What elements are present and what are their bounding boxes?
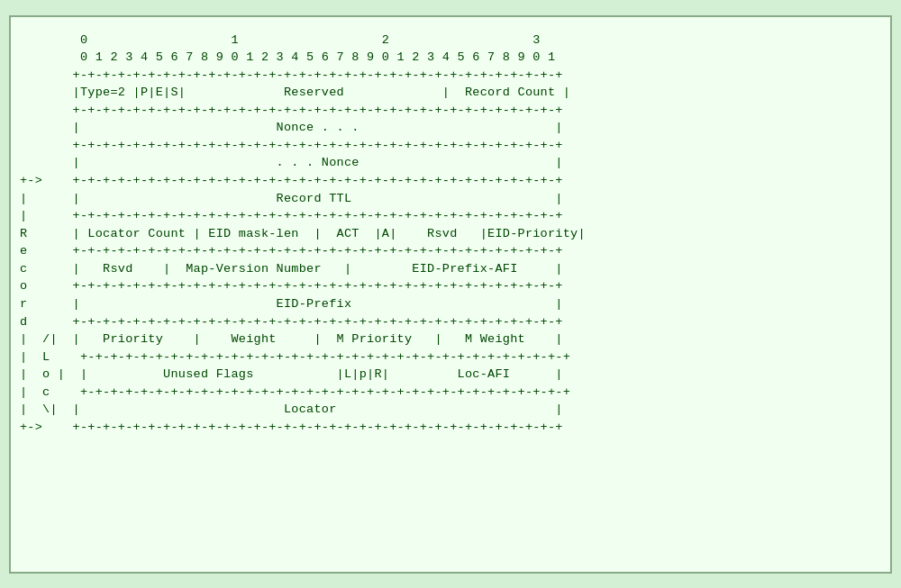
packet-diagram: 0 1 2 3 0 1 2 3 4 5 6 7 8 9 0 1 2 3 4 5 … <box>20 32 881 437</box>
diagram-container: 0 1 2 3 0 1 2 3 4 5 6 7 8 9 0 1 2 3 4 5 … <box>9 15 892 574</box>
